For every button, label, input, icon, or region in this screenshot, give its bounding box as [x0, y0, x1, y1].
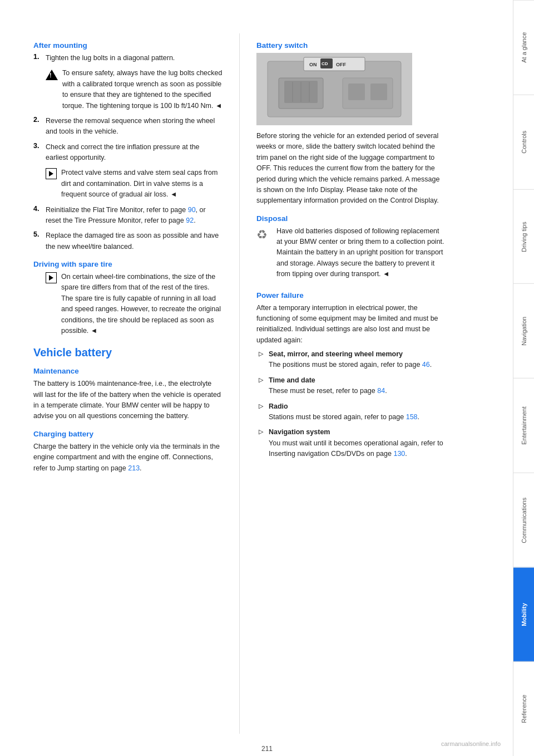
driving-spare-note: On certain wheel-tire combinations, the … — [46, 272, 222, 336]
charging-heading: Charging battery — [33, 430, 222, 438]
driving-spare-heading: Driving with spare tire — [33, 260, 222, 268]
bullet-content-3: Navigation system You must wait until it… — [269, 427, 446, 459]
left-column: After mounting 1. Tighten the lug bolts … — [33, 33, 222, 734]
disposal-section: ♻ Have old batteries disposed of followi… — [256, 226, 446, 283]
bullet-title-1: Time and date — [269, 376, 315, 384]
sidebar-tab-entertainment[interactable]: Entertainment — [513, 378, 534, 473]
step-4-text: Reinitialize the Flat Tire Monitor, refe… — [46, 205, 222, 227]
bullet-item-0: ▷ Seat, mirror, and steering wheel memor… — [259, 349, 446, 371]
step-4-link1[interactable]: 90 — [188, 206, 196, 214]
play-triangle — [49, 171, 53, 176]
charging-text: Charge the battery in the vehicle only v… — [33, 441, 222, 474]
sidebar-tab-controls[interactable]: Controls — [513, 95, 534, 189]
step-1-num: 1. — [33, 53, 42, 63]
step-5-text: Replace the damaged tire as soon as poss… — [46, 230, 222, 252]
step-2: 2. Reverse the removal sequence when sto… — [33, 116, 222, 138]
warning-triangle — [46, 70, 58, 80]
svg-rect-13 — [348, 84, 365, 100]
svg-text:♻: ♻ — [256, 228, 268, 242]
power-failure-text: After a temporary interruption in electr… — [256, 303, 446, 346]
sidebar-tab-navigation[interactable]: Navigation — [513, 283, 534, 378]
step-1-warning-text: To ensure safety, always have the lug bo… — [62, 68, 222, 111]
bullet-content-0: Seat, mirror, and steering wheel memory … — [269, 349, 432, 371]
bullet-text-1: These must be reset, refer to page 84. — [269, 387, 387, 395]
sidebar: At a glanceControlsDriving tipsNavigatio… — [513, 0, 534, 756]
step-3-text: Check and correct the tire inflation pre… — [46, 142, 222, 164]
sidebar-tab-at-a-glance[interactable]: At a glance — [513, 0, 534, 95]
bullet-item-3: ▷ Navigation system You must wait until … — [259, 427, 446, 459]
spare-play-triangle — [49, 275, 53, 281]
step-4: 4. Reinitialize the Flat Tire Monitor, r… — [33, 205, 222, 227]
maintenance-text: The battery is 100% maintenance-free, i.… — [33, 379, 222, 422]
bullet-arrow-2: ▷ — [259, 402, 264, 423]
bullet-link-0[interactable]: 46 — [422, 361, 430, 369]
battery-img-inner: ON CD OFF — [256, 53, 412, 125]
charging-link[interactable]: 213 — [128, 464, 140, 472]
svg-rect-14 — [370, 84, 387, 100]
step-2-num: 2. — [33, 116, 42, 138]
bullet-content-2: Radio Stations must be stored again, ref… — [269, 401, 419, 423]
step-3-num: 3. — [33, 142, 42, 164]
bullet-arrow-0: ▷ — [259, 350, 264, 371]
step-3: 3. Check and correct the tire inflation … — [33, 142, 222, 164]
disposal-icon: ♻ — [256, 227, 272, 242]
step-4-link2[interactable]: 92 — [186, 217, 194, 224]
disposal-heading: Disposal — [256, 214, 446, 223]
svg-text:OFF: OFF — [336, 62, 346, 67]
after-mounting-heading: After mounting — [33, 41, 222, 50]
bullet-text-3: You must wait until it becomes operation… — [269, 439, 443, 458]
power-failure-heading: Power failure — [256, 291, 446, 300]
bullet-text-0: The positions must be stored again, refe… — [269, 361, 432, 369]
spare-note-icon — [46, 272, 57, 283]
step-1-text: Tighten the lug bolts in a diagonal patt… — [46, 53, 175, 63]
sidebar-tab-communications[interactable]: Communications — [513, 473, 534, 567]
warning-icon — [46, 68, 58, 81]
bullet-link-2[interactable]: 158 — [406, 413, 418, 421]
svg-text:ON: ON — [309, 62, 317, 67]
bullet-item-2: ▷ Radio Stations must be stored again, r… — [259, 401, 446, 423]
bullet-arrow-3: ▷ — [259, 428, 264, 459]
sidebar-tab-driving-tips[interactable]: Driving tips — [513, 189, 534, 284]
recycle-icon-svg: ♻ — [256, 227, 272, 242]
battery-switch-text: Before storing the vehicle for an extend… — [256, 131, 446, 207]
watermark: carmanualsonline.info — [441, 740, 501, 747]
disposal-text: Have old batteries disposed of following… — [276, 226, 446, 280]
battery-switch-heading: Battery switch — [256, 41, 446, 50]
step-5-num: 5. — [33, 230, 42, 252]
step-2-text: Reverse the removal sequence when storin… — [46, 116, 222, 138]
driving-spare-text: On certain wheel-tire combinations, the … — [61, 272, 222, 336]
bullets-list: ▷ Seat, mirror, and steering wheel memor… — [256, 349, 446, 459]
vehicle-battery-heading: Vehicle battery — [33, 346, 222, 359]
maintenance-heading: Maintenance — [33, 367, 222, 375]
bullet-title-0: Seat, mirror, and steering wheel memory — [269, 350, 403, 358]
bullet-link-3[interactable]: 130 — [393, 450, 405, 458]
bullet-text-2: Stations must be stored again, refer to … — [269, 413, 419, 421]
note-icon — [46, 168, 57, 179]
svg-text:CD: CD — [322, 61, 328, 66]
step-5: 5. Replace the damaged tire as soon as p… — [33, 230, 222, 252]
step-1-warning: To ensure safety, always have the lug bo… — [46, 68, 222, 111]
bullet-item-1: ▷ Time and date These must be reset, ref… — [259, 375, 446, 397]
step-3-note-text: Protect valve stems and valve stem seal … — [61, 168, 222, 200]
step-4-num: 4. — [33, 205, 42, 227]
bullet-title-3: Navigation system — [269, 428, 330, 436]
bullet-link-1[interactable]: 84 — [377, 387, 385, 395]
step-3-note: Protect valve stems and valve stem seal … — [46, 168, 222, 200]
sidebar-tab-reference[interactable]: Reference — [513, 661, 534, 756]
bullet-title-2: Radio — [269, 402, 288, 410]
battery-switch-svg: ON CD OFF — [256, 53, 412, 125]
sidebar-tab-mobility[interactable]: Mobility — [513, 567, 534, 662]
bullet-content-1: Time and date These must be reset, refer… — [269, 375, 387, 397]
right-column: Battery switch ON CD OFF — [256, 33, 446, 734]
battery-switch-image: ON CD OFF — [256, 53, 412, 125]
column-divider — [239, 33, 240, 734]
step-1: 1. Tighten the lug bolts in a diagonal p… — [33, 53, 222, 63]
bullet-arrow-1: ▷ — [259, 376, 264, 397]
